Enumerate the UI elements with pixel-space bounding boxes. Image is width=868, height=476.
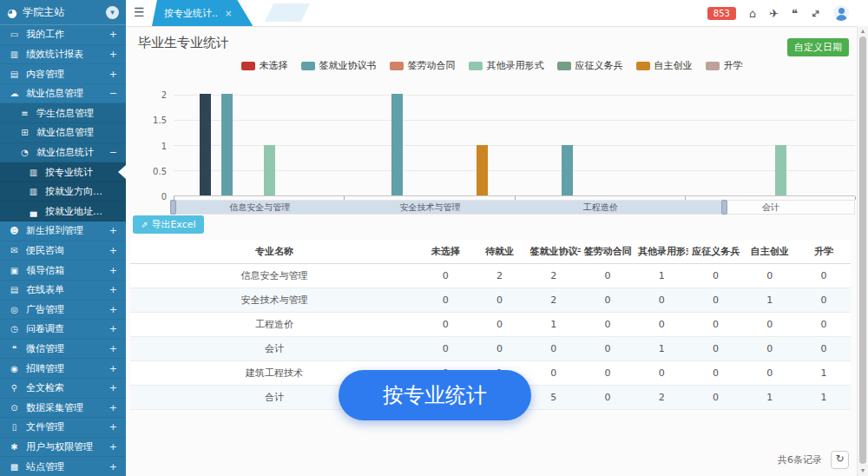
bar-其他录用形式-会计 xyxy=(775,145,786,196)
bar-签就业协议书-信息安全与管理 xyxy=(221,94,233,195)
sidebar-item-1[interactable]: ▥绩效统计报表+ xyxy=(0,45,126,65)
custom-date-button[interactable]: 自定义日期 xyxy=(787,38,849,56)
sidebar-item-6[interactable]: ◔就业信息统计− xyxy=(0,143,126,163)
scrollbar-thumb[interactable] xyxy=(859,36,866,464)
refresh-icon[interactable]: ↻ xyxy=(831,451,849,469)
comments-icon[interactable]: ❝ xyxy=(792,8,798,19)
legend-item[interactable]: 升学 xyxy=(706,59,743,72)
expand-icon[interactable]: ↔ xyxy=(808,6,823,21)
grid-icon: ⊞ xyxy=(19,128,30,137)
sidebar-item-20[interactable]: ▯文件管理+ xyxy=(0,418,126,438)
sidebar-item-22[interactable]: ▩站点管理+ xyxy=(0,457,126,476)
gridline xyxy=(174,120,855,121)
sidebar-item-21[interactable]: ✱用户与权限管理+ xyxy=(0,438,126,458)
by-major-stats-overlay-button[interactable]: 按专业统计 xyxy=(339,370,531,420)
scroll-up-icon[interactable]: ▴ xyxy=(858,27,868,36)
close-icon[interactable]: × xyxy=(225,9,232,18)
globe-icon: ◕ xyxy=(7,7,16,18)
toggle-indicator: + xyxy=(109,323,117,334)
y-axis-label: 1 xyxy=(161,141,167,150)
sidebar-item-9[interactable]: ▄按就业地址统计 xyxy=(0,202,126,221)
sidebar-item-label: 绩效统计报表 xyxy=(26,48,83,61)
sidebar-item-0[interactable]: ▭我的工作+ xyxy=(0,25,126,45)
sidebar-item-19[interactable]: ⊙数据采集管理+ xyxy=(0,399,126,419)
bar-其他录用形式-信息安全与管理 xyxy=(264,145,275,196)
legend-swatch xyxy=(390,62,404,70)
ad-icon: ◎ xyxy=(9,305,20,314)
table-header-cell: 签劳动合同 xyxy=(581,240,635,264)
sidebar-header[interactable]: ◕ 学院主站 ▾ xyxy=(0,0,126,25)
search-icon: ⚲ xyxy=(9,383,20,393)
table-header-cell: 签就业协议书 xyxy=(527,240,581,264)
sidebar-item-18[interactable]: ⚲全文检索+ xyxy=(0,379,126,399)
legend-swatch xyxy=(241,62,255,70)
home-icon[interactable]: ⌂ xyxy=(749,8,756,19)
sidebar-item-3[interactable]: ☁就业信息管理− xyxy=(0,84,126,104)
table-cell: 0 xyxy=(418,313,472,337)
send-icon[interactable]: ✈ xyxy=(769,8,779,19)
scroll-down-icon[interactable]: ▾ xyxy=(858,466,868,475)
datazoom-handle-left[interactable] xyxy=(170,200,176,215)
gears-icon: ✱ xyxy=(9,442,20,452)
vertical-scrollbar[interactable]: ▴ ▾ xyxy=(857,26,868,476)
table-cell: 0 xyxy=(418,288,472,313)
legend-item[interactable]: 签劳动合同 xyxy=(390,59,456,72)
sidebar-item-4[interactable]: ≡学生信息管理 xyxy=(0,103,126,123)
legend-item[interactable]: 其他录用形式 xyxy=(469,59,544,72)
legend-item[interactable]: 未选择 xyxy=(241,59,288,72)
table-row: 信息安全与管理02201000 xyxy=(130,264,851,288)
x-axis-tick xyxy=(855,196,856,200)
user-avatar[interactable] xyxy=(833,5,849,21)
notification-badge[interactable]: 853 xyxy=(707,7,736,20)
datazoom-handle-right[interactable] xyxy=(721,200,727,215)
content-icon: ▤ xyxy=(9,69,20,79)
sidebar-item-10[interactable]: ☻新生报到管理+ xyxy=(0,221,126,241)
tab-by-major-stats[interactable]: 按专业统计.. × xyxy=(152,0,253,26)
table-cell: 0 xyxy=(797,288,851,313)
legend-item[interactable]: 签就业协议书 xyxy=(301,59,377,72)
record-count: 共6条记录 xyxy=(778,453,822,466)
export-excel-button[interactable]: ⇗导出Excel xyxy=(133,215,204,234)
bar-签就业协议书-工程造价 xyxy=(562,145,573,196)
table-cell: 0 xyxy=(688,361,742,386)
sidebar-item-14[interactable]: ◎广告管理+ xyxy=(0,301,126,321)
legend-item[interactable]: 自主创业 xyxy=(636,59,693,72)
sidebar-item-7[interactable]: ▥按专业统计 xyxy=(0,162,126,182)
table-cell: 0 xyxy=(743,361,797,386)
sidebar-item-5[interactable]: ⊞就业信息管理 xyxy=(0,123,126,143)
sidebar-item-13[interactable]: ▤在线表单+ xyxy=(0,281,126,301)
gridline xyxy=(174,95,855,96)
bar-chart-icon: ▥ xyxy=(28,168,39,177)
table-cell: 2 xyxy=(527,264,581,288)
site-title: 学院主站 xyxy=(23,5,100,20)
chart-legend: 未选择签就业协议书签劳动合同其他录用形式应征义务兵自主创业升学 xyxy=(126,59,858,72)
sidebar-item-8[interactable]: ▥按就业方向统计 xyxy=(0,182,126,202)
table-header-cell: 专业名称 xyxy=(130,240,418,264)
legend-swatch xyxy=(301,62,315,70)
pie-chart-icon: ◔ xyxy=(19,148,30,157)
table-cell: 1 xyxy=(797,386,851,410)
sidebar-item-16[interactable]: ❝微信管理+ xyxy=(0,340,126,360)
sidebar-item-2[interactable]: ▤内容管理+ xyxy=(0,64,126,84)
sidebar-item-label: 文件管理 xyxy=(26,420,64,433)
menu-toggle-icon[interactable]: ☰ xyxy=(134,5,145,19)
toggle-indicator: + xyxy=(109,265,117,276)
sidebar: ◕ 学院主站 ▾ ▭我的工作+▥绩效统计报表+▤内容管理+☁就业信息管理−≡学生… xyxy=(0,0,126,476)
sidebar-item-11[interactable]: ✉便民咨询+ xyxy=(0,241,126,261)
sidebar-item-12[interactable]: ▣领导信箱+ xyxy=(0,261,126,281)
sidebar-item-label: 全文检索 xyxy=(26,381,64,394)
x-axis-label: 信息安全与管理 xyxy=(229,202,290,214)
sidebar-item-label: 招聘管理 xyxy=(26,362,64,375)
table-cell: 0 xyxy=(472,313,526,337)
table-header-cell: 升学 xyxy=(797,240,851,264)
datazoom-slider[interactable]: 信息安全与管理安全技术与管理工程造价会计 xyxy=(170,200,855,215)
toggle-indicator: + xyxy=(109,402,117,413)
envelope-icon: ✉ xyxy=(9,246,20,255)
sidebar-item-15[interactable]: ◷问卷调查+ xyxy=(0,320,126,340)
chevron-down-icon[interactable]: ▾ xyxy=(106,6,119,19)
table-cell: 0 xyxy=(688,337,742,361)
table-header-cell: 自主创业 xyxy=(743,240,797,264)
legend-item[interactable]: 应征义务兵 xyxy=(557,59,623,72)
table-cell: 1 xyxy=(635,337,688,361)
sidebar-item-17[interactable]: ◉招聘管理+ xyxy=(0,359,126,379)
